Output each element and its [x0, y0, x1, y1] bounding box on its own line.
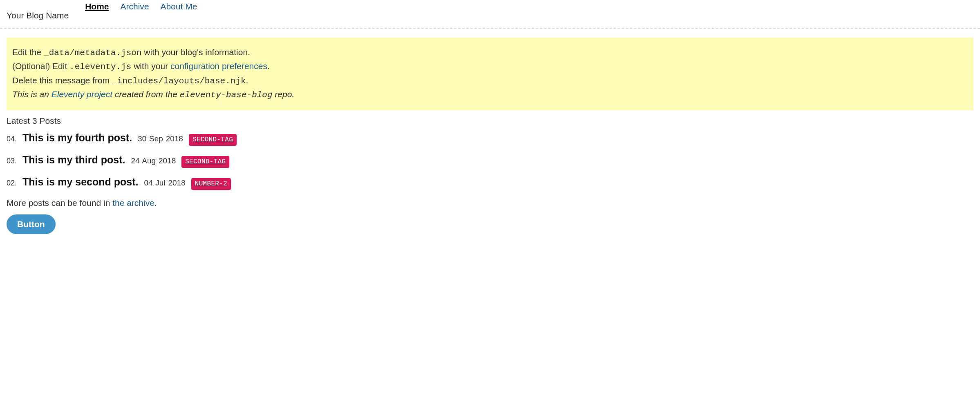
site-title: Your Blog Name [7, 0, 69, 22]
main-nav: Home Archive About Me [85, 0, 197, 13]
post-number: 02. [7, 178, 17, 189]
post-date: 04 Jul 2018 [144, 177, 185, 189]
post-item: 04. This is my fourth post. 30 Sep 2018 … [7, 130, 973, 146]
warning-line-3: Delete this message from _includes/layou… [12, 74, 968, 88]
text: Delete this message from [12, 76, 112, 85]
post-item: 03. This is my third post. 24 Aug 2018 S… [7, 152, 973, 168]
text: repo. [273, 89, 295, 99]
post-date: 30 Sep 2018 [138, 133, 183, 145]
nav-about-me[interactable]: About Me [161, 0, 197, 13]
text: . [154, 198, 157, 207]
button[interactable]: Button [7, 214, 56, 234]
main-content: Edit the _data/metadata.json with your b… [0, 38, 980, 234]
more-posts-text: More posts can be found in the archive. [7, 196, 973, 210]
header-divider [0, 28, 980, 29]
post-number: 04. [7, 134, 17, 145]
text: . [267, 61, 270, 71]
text: . [246, 76, 248, 85]
code-metadata-path: _data/metadata.json [44, 48, 141, 58]
text: Edit the [12, 47, 44, 57]
text: This is an [12, 89, 51, 99]
eleventy-project-link[interactable]: Eleventy project [51, 89, 112, 99]
post-title-link[interactable]: This is my second post. [22, 174, 138, 190]
post-title-link[interactable]: This is my third post. [22, 152, 125, 168]
post-tag[interactable]: SECOND-TAG [181, 156, 229, 168]
code-base-njk: _includes/layouts/base.njk [112, 76, 246, 86]
archive-link[interactable]: the archive [112, 198, 154, 207]
warning-line-4: This is an Eleventy project created from… [12, 88, 968, 102]
latest-posts-heading: Latest 3 Posts [7, 114, 973, 127]
post-title-link[interactable]: This is my fourth post. [22, 130, 132, 146]
post-date: 24 Aug 2018 [131, 155, 176, 167]
header: Your Blog Name Home Archive About Me [0, 0, 980, 28]
post-number: 03. [7, 156, 17, 167]
code-eleventy-base-blog: eleventy-base-blog [180, 90, 273, 100]
post-tag[interactable]: SECOND-TAG [189, 134, 237, 146]
code-eleventy-js: .eleventy.js [69, 62, 131, 71]
text: (Optional) Edit [12, 61, 69, 71]
post-item: 02. This is my second post. 04 Jul 2018 … [7, 174, 973, 190]
setup-warning-box: Edit the _data/metadata.json with your b… [7, 38, 973, 110]
post-tag[interactable]: NUMBER-2 [191, 178, 231, 190]
text: More posts can be found in [7, 198, 112, 207]
text: with your blog's information. [142, 47, 250, 57]
text: with your [131, 61, 170, 71]
config-preferences-link[interactable]: configuration preferences [170, 61, 267, 71]
warning-line-2: (Optional) Edit .eleventy.js with your c… [12, 60, 968, 74]
warning-line-1: Edit the _data/metadata.json with your b… [12, 46, 968, 60]
text: created from the [112, 89, 180, 99]
nav-home[interactable]: Home [85, 0, 109, 13]
nav-archive[interactable]: Archive [121, 0, 149, 13]
posts-list: 04. This is my fourth post. 30 Sep 2018 … [7, 130, 973, 190]
